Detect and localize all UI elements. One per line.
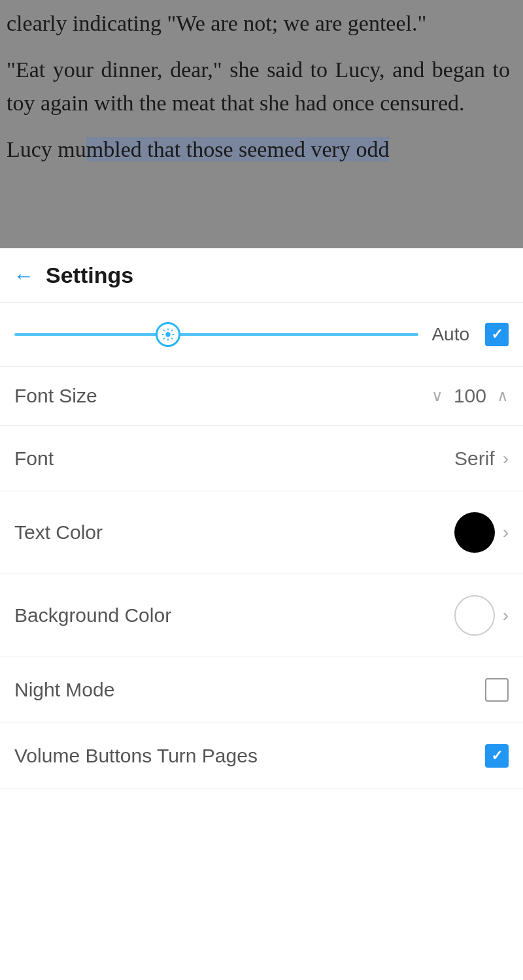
svg-line-6 [171, 338, 173, 339]
book-content: clearly indicating "We are not; we are g… [0, 0, 523, 248]
volume-buttons-checkbox[interactable] [485, 744, 509, 768]
night-mode-row[interactable]: Night Mode [0, 657, 523, 723]
settings-panel: ← Settings [0, 248, 523, 980]
text-color-label: Text Color [14, 521, 103, 544]
book-text-normal: Lucy mu [7, 137, 86, 161]
text-color-swatch [454, 512, 495, 553]
brightness-icon [161, 327, 175, 342]
book-paragraph-3: Lucy mumbled that those seemed very odd [7, 133, 510, 166]
background-color-swatch [454, 595, 495, 636]
font-size-row: Font Size ∨ 100 ∧ [0, 367, 523, 426]
font-size-label: Font Size [14, 385, 431, 407]
background-color-right: › [454, 595, 509, 636]
night-mode-checkbox[interactable] [485, 678, 509, 702]
auto-row: Auto [431, 323, 509, 346]
auto-label: Auto [431, 324, 469, 345]
settings-title: Settings [46, 263, 133, 288]
volume-buttons-row[interactable]: Volume Buttons Turn Pages [0, 723, 523, 789]
font-size-value: 100 [454, 385, 486, 407]
svg-line-7 [171, 330, 173, 331]
font-chevron-icon: › [503, 448, 509, 469]
back-button[interactable]: ← [13, 265, 34, 286]
brightness-slider-track [14, 333, 418, 336]
background-color-row[interactable]: Background Color › [0, 574, 523, 657]
svg-line-8 [163, 338, 165, 339]
volume-buttons-right [485, 744, 509, 768]
text-color-row[interactable]: Text Color › [0, 491, 523, 574]
background-color-label: Background Color [14, 604, 171, 627]
font-size-increase-button[interactable]: ∧ [497, 387, 509, 405]
book-paragraph-1: clearly indicating "We are not; we are g… [7, 7, 510, 40]
settings-header: ← Settings [0, 248, 523, 303]
text-color-right: › [454, 512, 509, 553]
text-color-chevron-icon: › [503, 522, 509, 543]
brightness-slider-thumb[interactable] [156, 322, 180, 347]
auto-checkbox[interactable] [485, 323, 509, 346]
font-right: Serif › [454, 448, 509, 470]
font-label: Font [14, 448, 54, 470]
background-color-chevron-icon: › [503, 605, 509, 626]
book-paragraph-2: "Eat your dinner, dear," she said to Luc… [7, 53, 510, 120]
book-text: clearly indicating "We are not; we are g… [7, 7, 510, 166]
svg-line-5 [163, 330, 165, 331]
book-text-highlighted: mbled that those seemed very odd [86, 137, 390, 161]
volume-buttons-label: Volume Buttons Turn Pages [14, 745, 258, 767]
svg-point-0 [165, 332, 170, 336]
font-size-decrease-button[interactable]: ∨ [431, 387, 443, 405]
font-row[interactable]: Font Serif › [0, 426, 523, 491]
night-mode-right [485, 678, 509, 702]
brightness-slider-container[interactable] [14, 321, 418, 348]
brightness-row: Auto [0, 303, 523, 367]
font-size-controls: ∨ 100 ∧ [431, 385, 509, 407]
font-value: Serif [454, 448, 495, 470]
night-mode-label: Night Mode [14, 679, 114, 701]
